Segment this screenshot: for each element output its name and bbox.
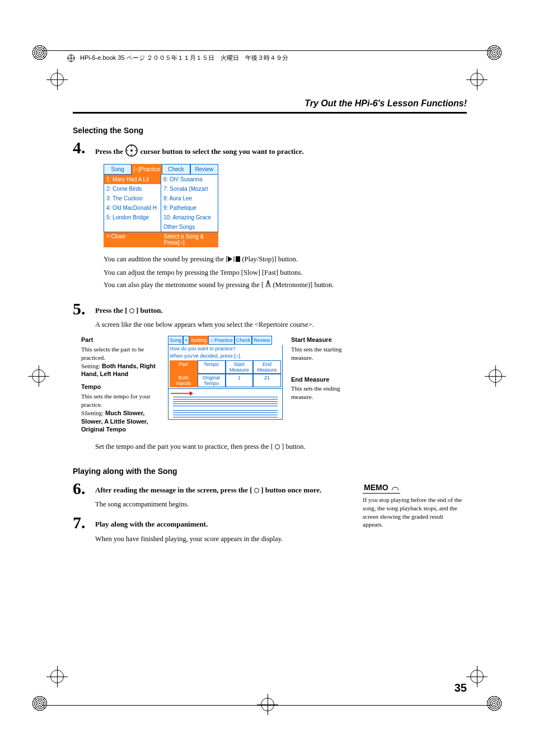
crosshair-icon (470, 670, 484, 683)
ss2-tab: × (183, 336, 189, 345)
ss1-tab-review: Review (190, 164, 218, 175)
diagram-tempo-body: This sets the tempo for your practice. (81, 392, 162, 409)
ss2-col: Tempo (198, 360, 226, 374)
note-audition: You can audition the sound by pressing t… (104, 253, 467, 266)
section-title: Try Out the HPi-6's Lesson Functions! (305, 98, 467, 109)
section-rule (73, 112, 467, 114)
set-tempo-line: Set the tempo and the part you want to p… (95, 440, 467, 453)
page-number: 35 (455, 682, 467, 694)
svg-point-4 (130, 149, 133, 152)
selecting-heading: Selecting the Song (73, 126, 467, 135)
ss2-tab-setting: Setting (189, 336, 208, 345)
ss2-tab: Song (168, 336, 183, 345)
ss2-val: 1 (226, 374, 254, 387)
ss1-item: 7: Sonata (Mozart (161, 184, 218, 194)
top-crop-rule (42, 50, 492, 51)
reg-mark-icon (486, 696, 502, 711)
book-header-text: HPi-6-e.book 35 ページ ２００５年１１月１５日 火曜日 午後３時… (80, 54, 288, 61)
bottom-crop-rule (42, 705, 492, 706)
ss1-tab-song: Song (104, 164, 132, 175)
step-7-number: 7. (73, 513, 95, 532)
ss1-item: 2: Come Birds (104, 184, 161, 194)
setting-screenshot: Song × Setting ○:Practice Check Review H… (168, 336, 285, 434)
ss1-item: 3: The Cuckoo (104, 194, 161, 203)
step-5-headline: Press the [ ] button. (95, 299, 467, 316)
step-4-headline: Press the cursor button to select the so… (95, 138, 467, 157)
ss1-tab-check: Check (162, 164, 190, 175)
metronome-icon (265, 281, 271, 289)
ss1-foot-left: ×:Close (104, 232, 161, 247)
reg-mark-icon (32, 45, 48, 60)
step-7-subtext: When you have finished playing, your sco… (95, 533, 467, 544)
reg-mark-icon (486, 45, 502, 60)
ss2-val: 21 (253, 374, 281, 387)
memo-block: MEMO If you stop playing before the end … (363, 482, 463, 529)
ss1-item: Other Songs (161, 222, 218, 232)
ss1-item: 1: Mary Had A Lit (104, 175, 161, 184)
ss1-tab-practice: [○]Practice (132, 164, 162, 175)
ss2-tab: ○:Practice (208, 336, 234, 345)
ss2-col: Part (170, 360, 198, 374)
memo-text: If you stop playing before the end of th… (363, 496, 463, 529)
ss1-item: 8: Aura Lee (161, 194, 218, 203)
svg-marker-15 (190, 391, 193, 396)
diagram-tempo-heading: Tempo (81, 383, 162, 391)
ss2-tab: Check (235, 336, 252, 345)
step-5-number: 5. (73, 299, 95, 318)
diagram-tempo-setting: SSetting: Much Slower, Slower, A Little … (81, 409, 162, 434)
ss2-col: End Measure (253, 360, 281, 374)
crosshair-icon (489, 369, 502, 383)
crosshair-icon (32, 369, 45, 383)
note-metronome: You can also play the metronome sound by… (104, 279, 467, 292)
play-stop-icon (228, 253, 240, 266)
reg-mark-icon (32, 696, 48, 711)
diagram-end-body: This sets the ending measure. (291, 384, 358, 401)
memo-hand-icon (391, 485, 399, 491)
diagram-part-heading: Part (81, 336, 162, 344)
circle-button-icon (129, 308, 134, 313)
circle-button-icon (254, 488, 259, 493)
ss1-foot-right: Select a Song & Press[○] (161, 232, 219, 247)
step-4-number: 4. (73, 138, 95, 157)
book-crosshair-icon (67, 54, 75, 62)
book-header: HPi-6-e.book 35 ページ ２００５年１１月１５日 火曜日 午後３時… (67, 54, 288, 62)
diagram-part-setting: Setting: Both Hands, Right Hand, Left Ha… (81, 362, 162, 379)
svg-marker-9 (228, 256, 232, 262)
crosshair-icon (261, 698, 274, 711)
ss2-val: Original Tempo (198, 374, 226, 387)
diagram-start-heading: Start Measure (291, 336, 358, 344)
note-tempo: You can adjust the tempo by pressing the… (104, 266, 467, 279)
diagram-part-body: This selects the part to be practiced. (81, 345, 162, 362)
cursor-button-icon (125, 147, 140, 156)
step-6-number: 6. (73, 479, 95, 498)
crosshair-icon (470, 73, 484, 86)
diagram-end-heading: End Measure (291, 375, 358, 384)
diagram-start-body: This sets the starting measure. (291, 345, 358, 362)
ss1-item: 10: Amazing Grace (161, 213, 218, 222)
circle-button-icon (275, 444, 280, 449)
ss2-col: Start Measure (226, 360, 254, 374)
ss2-val: Both Hands (170, 374, 198, 387)
ss1-item: 4: Old MacDonald H (104, 203, 161, 213)
playing-heading: Playing along with the Song (73, 467, 467, 476)
ss2-msg1: How do you want to practice? (170, 346, 281, 352)
ss2-score-area (168, 389, 283, 420)
memo-label: MEMO (363, 482, 400, 494)
ss1-item: 9: Pathetique (161, 203, 218, 213)
ss2-tab: Review (252, 336, 272, 345)
song-select-screenshot: Song [○]Practice Check Review 1: Mary Ha… (104, 164, 467, 247)
step-5-subtext: A screen like the one below appears when… (95, 319, 467, 330)
crosshair-icon (50, 73, 64, 86)
ss1-item: 6: Oh! Susanna (161, 175, 218, 184)
ss1-item: 5: London Bridge (104, 213, 161, 222)
ss2-msg2: When you've decided, press [○]. (170, 353, 281, 359)
crosshair-icon (50, 670, 64, 683)
